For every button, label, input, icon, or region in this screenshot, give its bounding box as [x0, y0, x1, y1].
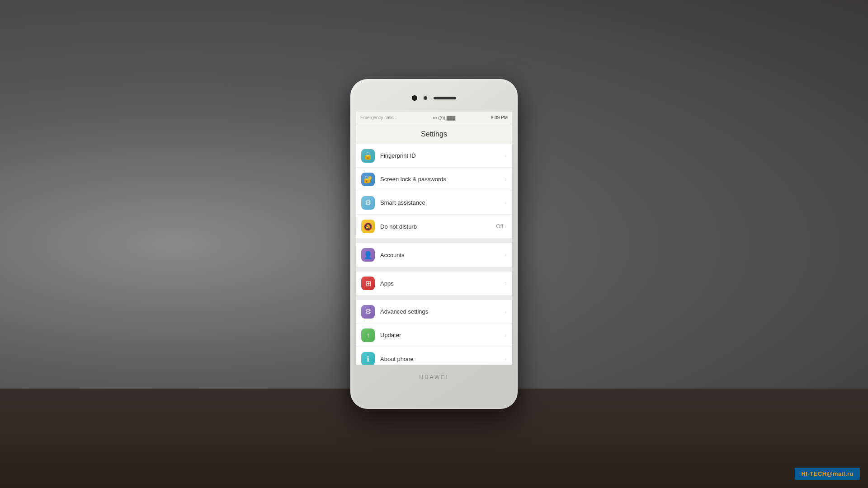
section-apps: ⊞ Apps ›: [356, 272, 512, 295]
do-not-disturb-label: Do not disturb: [380, 223, 496, 230]
section-security: 🔒 Fingerprint ID › 🔐 Screen lock & passw…: [356, 144, 512, 238]
brand-label: HUAWEI: [419, 374, 449, 380]
status-icons: ▪▪▪ ((•)) ▓▓▓: [433, 116, 455, 120]
screen-lock-label: Screen lock & passwords: [380, 176, 505, 183]
about-phone-label: About phone: [380, 356, 505, 362]
settings-list: 🔒 Fingerprint ID › 🔐 Screen lock & passw…: [356, 144, 512, 365]
settings-item-screen-lock[interactable]: 🔐 Screen lock & passwords ›: [356, 168, 512, 191]
top-bezel: [356, 84, 512, 112]
status-bar: Emergency calls... ▪▪▪ ((•)) ▓▓▓ 8:09 PM: [356, 112, 512, 124]
about-phone-chevron: ›: [505, 356, 507, 362]
watermark-text: HI-TECH: [801, 470, 826, 477]
updater-icon: ↑: [361, 328, 375, 342]
updater-chevron: ›: [505, 332, 507, 338]
emergency-text: Emergency calls...: [360, 115, 397, 120]
divider-1: [356, 239, 512, 243]
phone-body: Emergency calls... ▪▪▪ ((•)) ▓▓▓ 8:09 PM…: [350, 79, 518, 409]
smart-assistance-icon: ⚙: [361, 196, 375, 210]
settings-header: Settings: [356, 124, 512, 144]
advanced-settings-label: Advanced settings: [380, 308, 505, 315]
phone-screen: Emergency calls... ▪▪▪ ((•)) ▓▓▓ 8:09 PM…: [356, 112, 512, 365]
section-accounts: 👤 Accounts ›: [356, 243, 512, 267]
divider-2: [356, 267, 512, 272]
settings-item-do-not-disturb[interactable]: 🔕 Do not disturb Off ›: [356, 215, 512, 238]
fingerprint-label: Fingerprint ID: [380, 152, 505, 159]
smart-assistance-chevron: ›: [505, 200, 507, 206]
section-system: ⚙ Advanced settings › ↑ Updater › ℹ Abou…: [356, 300, 512, 365]
time-display: 8:09 PM: [491, 115, 508, 120]
screen-lock-icon: 🔐: [361, 173, 375, 186]
settings-item-about-phone[interactable]: ℹ About phone ›: [356, 347, 512, 365]
settings-item-smart-assistance[interactable]: ⚙ Smart assistance ›: [356, 191, 512, 215]
settings-item-advanced[interactable]: ⚙ Advanced settings ›: [356, 300, 512, 324]
watermark-domain: mail.ru: [833, 470, 854, 477]
accounts-chevron: ›: [505, 252, 507, 258]
smart-assistance-label: Smart assistance: [380, 199, 505, 206]
updater-label: Updater: [380, 332, 505, 338]
fingerprint-icon: 🔒: [361, 149, 375, 163]
do-not-disturb-value: Off: [496, 223, 503, 230]
do-not-disturb-chevron: ›: [505, 223, 507, 230]
apps-chevron: ›: [505, 280, 507, 286]
fingerprint-chevron: ›: [505, 153, 507, 159]
accounts-icon: 👤: [361, 248, 375, 262]
settings-item-apps[interactable]: ⊞ Apps ›: [356, 272, 512, 295]
settings-title: Settings: [421, 130, 447, 138]
phone-wrapper: Emergency calls... ▪▪▪ ((•)) ▓▓▓ 8:09 PM…: [350, 79, 518, 409]
accounts-label: Accounts: [380, 252, 505, 258]
advanced-settings-chevron: ›: [505, 309, 507, 315]
settings-item-accounts[interactable]: 👤 Accounts ›: [356, 243, 512, 267]
speaker: [434, 97, 456, 99]
camera: [412, 95, 417, 101]
settings-item-fingerprint[interactable]: 🔒 Fingerprint ID ›: [356, 144, 512, 168]
divider-3: [356, 296, 512, 300]
about-phone-icon: ℹ: [361, 352, 375, 365]
signal-icon: ▪▪▪: [433, 116, 437, 120]
wifi-icon: ((•)): [439, 116, 445, 120]
apps-icon: ⊞: [361, 277, 375, 290]
advanced-settings-icon: ⚙: [361, 305, 375, 319]
sensor: [424, 96, 427, 100]
apps-label: Apps: [380, 280, 505, 287]
watermark-at: @: [827, 470, 833, 477]
screen-lock-chevron: ›: [505, 176, 507, 183]
watermark: HI-TECH@mail.ru: [795, 468, 860, 480]
settings-item-updater[interactable]: ↑ Updater ›: [356, 324, 512, 347]
bottom-bezel: HUAWEI: [356, 365, 512, 389]
battery-icon: ▓▓▓: [447, 116, 456, 120]
do-not-disturb-icon: 🔕: [361, 220, 375, 233]
